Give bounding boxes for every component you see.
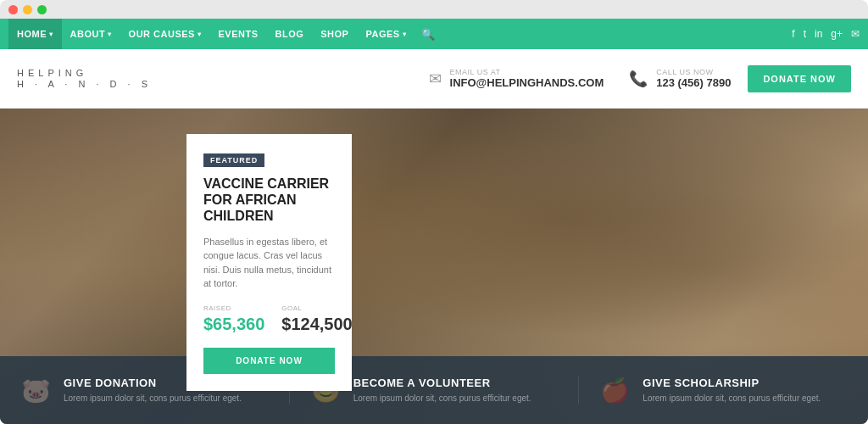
card-description: Phasellus in egestas libero, et congue l…: [203, 235, 335, 291]
goal-amount: GOAL $124,500: [281, 304, 352, 334]
nav-item-events[interactable]: EVENTS: [209, 19, 266, 49]
chevron-down-icon: ▾: [49, 31, 53, 38]
nav-items: HOME ▾ ABOUT ▾ OUR CAUSES ▾ EVENTS BLOG …: [8, 19, 792, 49]
window-chrome: [0, 0, 868, 19]
envelope-icon: ✉: [429, 70, 442, 88]
close-dot[interactable]: [8, 5, 18, 14]
navbar: HOME ▾ ABOUT ▾ OUR CAUSES ▾ EVENTS BLOG …: [0, 19, 868, 49]
progress-section: RAISED $65,360 GOAL $124,500: [203, 304, 335, 334]
donation-desc: Lorem ipsum dolor sit, cons purus effici…: [64, 393, 242, 404]
donation-icon: 🐷: [21, 377, 51, 404]
twitter-icon[interactable]: t: [804, 28, 806, 40]
minimize-dot[interactable]: [23, 5, 32, 14]
email-icon[interactable]: ✉: [851, 28, 860, 40]
nav-item-pages[interactable]: PAGES ▾: [357, 19, 415, 49]
email-value: INFO@HELPINGHANDS.COM: [450, 76, 604, 89]
info-strip: 🐷 GIVE DONATION Lorem ipsum dolor sit, c…: [0, 356, 868, 424]
logo-line2: H · A · N · D · S: [17, 79, 152, 89]
card-title: VACCINE CARRIER FOR AFRICAN CHILDREN: [203, 176, 335, 225]
logo-line1: HELPING: [17, 68, 152, 78]
phone-label: CALL US NOW: [656, 68, 731, 76]
scholarship-desc: Lorem ipsum dolor sit, cons purus effici…: [643, 393, 821, 404]
info-item-scholarship: 🍎 GIVE SCHOLARSHIP Lorem ipsum dolor sit…: [579, 377, 868, 404]
linkedin-icon[interactable]: in: [815, 28, 822, 40]
chevron-down-icon: ▾: [108, 31, 112, 38]
googleplus-icon[interactable]: g+: [831, 28, 843, 40]
hero-section: FEATURED VACCINE CARRIER FOR AFRICAN CHI…: [0, 109, 868, 424]
phone-contact: 📞 CALL US NOW 123 (456) 7890: [629, 68, 731, 89]
header: HELPING H · A · N · D · S ✉ EMAIL US AT …: [0, 49, 868, 109]
featured-badge: FEATURED: [203, 153, 264, 167]
social-links: f t in g+ ✉: [792, 28, 860, 40]
volunteer-desc: Lorem ipsum dolor sit, cons purus effici…: [353, 393, 531, 404]
email-label: EMAIL US AT: [450, 68, 604, 76]
nav-item-blog[interactable]: BLOG: [266, 19, 312, 49]
volunteer-title: BECOME A VOLUNTEER: [353, 377, 531, 389]
search-icon[interactable]: 🔍: [415, 28, 442, 41]
card-donate-button[interactable]: DONATE NOW: [203, 348, 335, 374]
scholarship-title: GIVE SCHOLARSHIP: [643, 377, 821, 389]
maximize-dot[interactable]: [37, 5, 47, 14]
email-contact: ✉ EMAIL US AT INFO@HELPINGHANDS.COM: [429, 68, 604, 89]
nav-item-causes[interactable]: OUR CAUSES ▾: [120, 19, 210, 49]
feature-card: FEATURED VACCINE CARRIER FOR AFRICAN CHI…: [186, 134, 352, 391]
nav-item-shop[interactable]: SHOP: [312, 19, 357, 49]
chevron-down-icon: ▾: [198, 31, 202, 38]
chevron-down-icon: ▾: [403, 31, 407, 38]
facebook-icon[interactable]: f: [792, 28, 794, 40]
nav-item-about[interactable]: ABOUT ▾: [62, 19, 120, 49]
logo: HELPING H · A · N · D · S: [17, 68, 152, 88]
header-donate-button[interactable]: DONATE NOW: [748, 65, 851, 92]
nav-item-home[interactable]: HOME ▾: [8, 19, 62, 49]
phone-value: 123 (456) 7890: [656, 76, 731, 89]
header-contact: ✉ EMAIL US AT INFO@HELPINGHANDS.COM 📞 CA…: [429, 68, 732, 89]
scholarship-icon: 🍎: [600, 377, 630, 404]
phone-icon: 📞: [629, 70, 648, 88]
raised-amount: RAISED $65,360: [203, 304, 264, 334]
